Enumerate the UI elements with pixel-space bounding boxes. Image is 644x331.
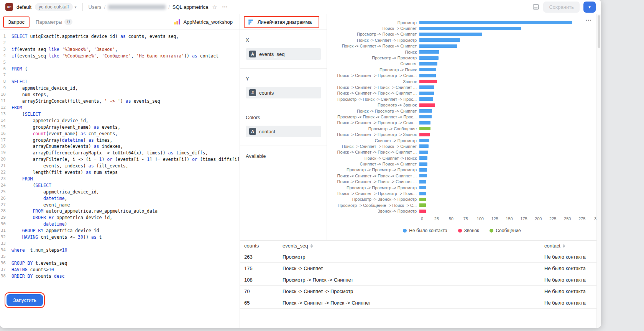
field-type-icon: A	[249, 128, 256, 135]
bar[interactable]	[419, 198, 426, 201]
table-row: 175Поиск -> СниппетНе было контакта	[240, 263, 596, 274]
bar[interactable]	[419, 139, 429, 142]
folder-pill[interactable]: yc-doc-outstaff	[35, 3, 72, 11]
bar[interactable]	[419, 80, 437, 83]
code-text: FROM	[12, 176, 33, 182]
scrollbar-thumb[interactable]	[598, 15, 600, 48]
chart-bar-row: Поиск -> Сниппет -> Поиск -> Сниппет ...	[327, 149, 596, 155]
connection-link[interactable]: AppMetrica_workshop	[174, 19, 237, 25]
layout-panel-icon[interactable]	[532, 3, 539, 10]
field-chip-events_seq[interactable]: Aevents_seq	[246, 48, 321, 60]
bar[interactable]	[419, 192, 426, 195]
x-axis-tick: 25	[434, 216, 439, 221]
bar[interactable]	[419, 50, 439, 54]
bar[interactable]	[419, 115, 432, 118]
bar[interactable]	[419, 103, 435, 107]
bar[interactable]	[419, 109, 432, 113]
bar[interactable]	[419, 38, 460, 42]
bar[interactable]	[419, 127, 430, 130]
bar[interactable]	[419, 21, 572, 24]
code-text: FROM (	[12, 66, 28, 72]
sql-code-editor[interactable]: 1SELECT uniqExact(t.appmetrica_device_id…	[0, 30, 240, 290]
code-line: 13 (SELECT	[0, 111, 240, 118]
sort-down-arrow	[563, 246, 565, 248]
column-header-counts[interactable]: counts	[244, 243, 283, 249]
bar-category-label: Поиск -> Сниппет -> Просмотр -> Поис...	[327, 191, 419, 196]
line-number: 37	[0, 267, 12, 273]
column-header-contact[interactable]: contact	[544, 243, 596, 249]
bar[interactable]	[419, 33, 482, 36]
run-button[interactable]: Запустить	[7, 294, 43, 306]
bar[interactable]	[419, 56, 439, 60]
save-dropdown-button[interactable]: ▾	[583, 2, 596, 13]
sort-down-arrow	[310, 246, 313, 248]
bar[interactable]	[419, 133, 430, 136]
legend-label: Не было контакта	[409, 228, 447, 233]
vertical-scrollbar[interactable]	[596, 14, 601, 328]
bar[interactable]	[419, 92, 434, 95]
line-number: 6	[0, 66, 12, 72]
code-text: SELECT	[12, 79, 28, 85]
breadcrumb-separator: /	[168, 4, 170, 10]
bar[interactable]	[419, 151, 428, 154]
field-chip-contact[interactable]: Acontact	[246, 126, 321, 137]
bar[interactable]	[419, 174, 427, 177]
bar[interactable]	[419, 27, 521, 30]
bar-category-label: Поиск -> Сниппет -> Просмотр	[327, 38, 419, 43]
divider	[82, 3, 83, 11]
column-header-events_seq[interactable]: events_seq	[283, 243, 544, 249]
star-icon[interactable]: ☆	[212, 4, 217, 10]
table-row: 65Поиск -> Сниппет -> Поиск -> СниппетНе…	[240, 297, 596, 309]
chart-type-label[interactable]: Линейчатая диаграмма	[258, 19, 312, 25]
code-line: 9 appmetrica_device_id,	[0, 85, 240, 92]
tab-query[interactable]: Запрос	[4, 17, 29, 27]
sort-up-arrow	[563, 244, 565, 246]
field-chip-counts[interactable]: #counts	[246, 87, 321, 98]
bar[interactable]	[419, 121, 430, 125]
code-line: 20 arrayFilter(e, i -> (i = 1) or (event…	[0, 156, 240, 163]
code-text: (SELECT	[12, 111, 41, 118]
legend-item[interactable]: Звонок	[458, 228, 479, 233]
bar[interactable]	[419, 203, 426, 207]
more-menu-icon[interactable]: ⋯	[222, 3, 228, 10]
bar-category-label: Поиск -> Сниппет -> Поиск -> Сниппет ...	[327, 85, 419, 90]
tab-parameters[interactable]: Параметры 0	[36, 19, 72, 25]
bar[interactable]	[419, 85, 434, 89]
bar[interactable]	[419, 97, 433, 101]
bar[interactable]	[419, 62, 437, 66]
scope-name[interactable]: default	[16, 4, 31, 10]
chart-bar-row: Поиск -> Просмотр -> Сниппет	[327, 108, 596, 114]
code-text: appmetrica_device_id,	[12, 85, 78, 92]
field-name: events_seq	[259, 51, 285, 57]
bar[interactable]	[419, 68, 436, 71]
bar[interactable]	[419, 44, 457, 48]
legend-item[interactable]: Сообщение	[490, 228, 521, 233]
sql-editor-panel: Запрос Параметры 0 AppMetrica_workshop 1…	[0, 14, 240, 328]
bar[interactable]	[419, 144, 429, 148]
legend-item[interactable]: Не было контакта	[403, 228, 447, 233]
app-window: DE default yc-doc-outstaff ▾ Users / / S…	[0, 0, 601, 328]
breadcrumb-users[interactable]: Users	[89, 4, 102, 10]
code-line: 17 groupArray(datetime) as times,	[0, 137, 240, 144]
bar[interactable]	[419, 168, 427, 172]
table-row: 70Поиск -> Сниппет -> ПросмотрНе было ко…	[240, 286, 596, 297]
bar[interactable]	[419, 210, 426, 213]
bar[interactable]	[419, 162, 427, 166]
chart-bar-row: Просмотр -> Просмотр -> Просмотр	[327, 167, 596, 173]
chart-type-header: Линейчатая диаграмма	[240, 14, 327, 30]
bar[interactable]	[419, 186, 426, 189]
line-number: 8	[0, 79, 12, 85]
table-cell: Поиск -> Сниппет	[283, 265, 544, 271]
code-text: groupArray(datetime) as times,	[12, 137, 112, 144]
bar[interactable]	[419, 180, 426, 184]
x-axis-tick: 75	[463, 216, 468, 221]
bar[interactable]	[419, 74, 436, 77]
save-button[interactable]: Сохранить	[543, 2, 580, 13]
bar-category-label: Просмотр -> Звонок	[327, 103, 419, 107]
breadcrumb-user-redacted[interactable]	[108, 5, 166, 10]
bar-category-label: Поиск -> Сниппет -> Поиск -> Сниппет ...	[327, 174, 419, 178]
line-number: 23	[0, 176, 12, 182]
chevron-down-icon[interactable]: ▾	[75, 5, 77, 9]
bar[interactable]	[419, 156, 427, 160]
app-logo[interactable]: DE	[5, 3, 13, 11]
